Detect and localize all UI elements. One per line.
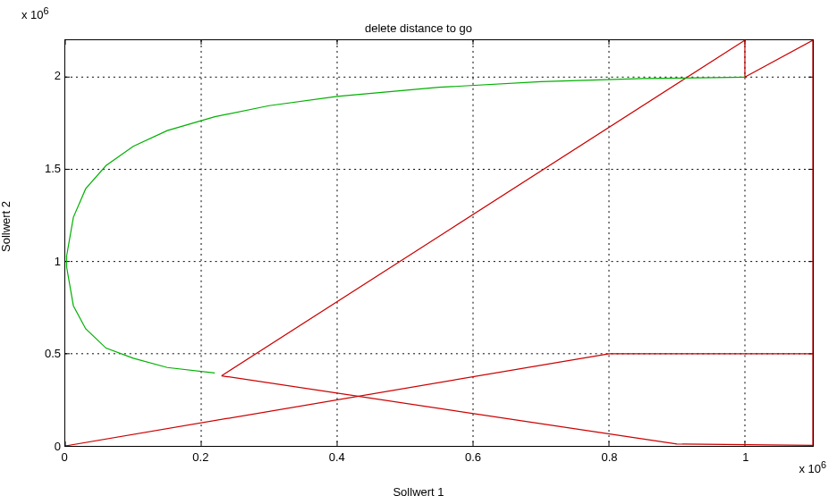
chart-title: delete distance to go [0, 21, 837, 35]
plot-svg [65, 40, 813, 446]
series-red-decline [222, 376, 813, 446]
x-axis-label: Sollwert 1 [0, 485, 837, 499]
series-green-arc [66, 77, 744, 373]
y-axis-label: Sollwert 2 [0, 201, 13, 252]
y-axis-exponent: x 106 [21, 5, 49, 21]
y-tick-label: 1 [7, 255, 61, 268]
series-red-lower-diag [65, 354, 813, 446]
plot-area [64, 39, 814, 447]
chart-root: delete distance to go x 106 Sollwert 2 0… [0, 0, 837, 504]
series-red-diag-main [222, 40, 813, 446]
y-tick-label: 2 [7, 69, 61, 82]
y-tick-label: 1.5 [7, 162, 61, 175]
x-tick-label: 0.4 [319, 450, 355, 464]
x-axis-exponent: x 106 [799, 459, 826, 475]
x-tick-label: 0.6 [455, 450, 491, 464]
x-tick-label: 1 [728, 450, 764, 464]
x-tick-label: 0.8 [591, 450, 627, 464]
y-tick-label: 0.5 [7, 347, 61, 360]
x-tick-label: 0 [46, 450, 82, 464]
x-tick-label: 0.2 [182, 450, 218, 464]
